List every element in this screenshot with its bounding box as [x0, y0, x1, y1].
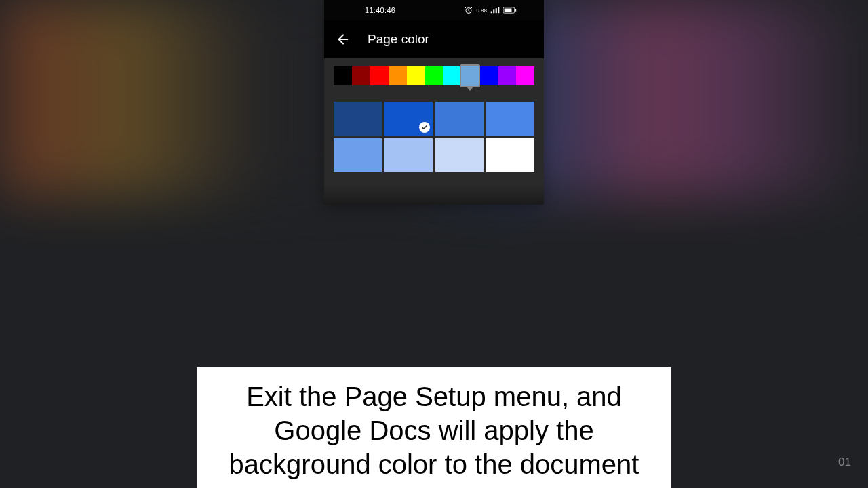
svg-rect-3	[515, 9, 517, 11]
caption-text: Exit the Page Setup menu, and Google Doc…	[216, 380, 652, 481]
shade-swatch[interactable]	[486, 102, 534, 136]
network-text: 0.88	[476, 7, 487, 14]
color-strip-swatch[interactable]	[370, 66, 389, 85]
arrow-left-icon	[336, 32, 351, 47]
color-strip-swatch[interactable]	[334, 66, 352, 85]
phone-panel: 11:40:46 0.88 Page color	[324, 0, 544, 205]
shade-swatch[interactable]	[384, 138, 433, 172]
panel-fade	[324, 184, 544, 205]
color-strip-swatch[interactable]	[443, 66, 461, 85]
shade-grid	[334, 102, 534, 172]
shade-swatch[interactable]	[334, 138, 382, 172]
page-title: Page color	[368, 32, 429, 47]
status-bar: 11:40:46 0.88	[324, 0, 544, 20]
color-strip-swatch[interactable]	[389, 66, 407, 85]
signal-icon	[490, 7, 500, 14]
color-strip-swatch[interactable]	[425, 66, 443, 85]
color-strip-swatch[interactable]	[407, 66, 425, 85]
status-time: 11:40:46	[365, 6, 395, 14]
svg-rect-2	[505, 9, 512, 12]
shade-swatch[interactable]	[384, 102, 433, 136]
status-indicators: 0.88	[465, 6, 517, 14]
alarm-icon	[465, 6, 473, 14]
battery-icon	[503, 7, 517, 14]
color-strip-swatch[interactable]	[352, 66, 370, 85]
checkmark-icon	[419, 122, 430, 133]
app-bar: Page color	[324, 20, 544, 58]
shade-swatch[interactable]	[334, 102, 382, 136]
color-picker	[324, 58, 544, 184]
color-strip-swatch[interactable]	[498, 66, 516, 85]
shade-swatch[interactable]	[435, 102, 484, 136]
color-strip	[334, 66, 534, 85]
shade-swatch[interactable]	[486, 138, 534, 172]
color-strip-swatch[interactable]	[461, 66, 479, 85]
caption-box: Exit the Page Setup menu, and Google Doc…	[197, 367, 671, 488]
corner-timestamp: 01	[838, 455, 851, 469]
back-button[interactable]	[335, 31, 351, 47]
color-strip-swatch[interactable]	[516, 66, 534, 85]
color-strip-swatch[interactable]	[479, 66, 498, 85]
shade-swatch[interactable]	[435, 138, 484, 172]
